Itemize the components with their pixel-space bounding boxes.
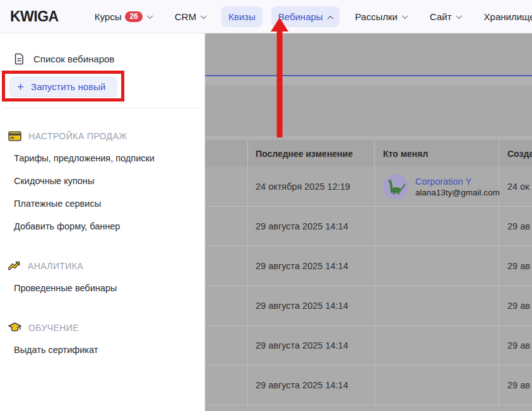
header-cell-created: Созда (499, 140, 532, 167)
dimmed-strip (205, 136, 532, 140)
cell-editor (375, 326, 499, 365)
cell-editor (375, 366, 499, 405)
chevron-down-icon (456, 13, 462, 19)
sidebar-item-past-webinars[interactable]: Проведенные вебинары (0, 277, 204, 299)
cell-empty (205, 167, 248, 206)
sidebar-item-label: Запустить новый (31, 81, 105, 92)
section-sales-settings: НАСТРОЙКА ПРОДАЖ (8, 131, 204, 141)
editor-name-link[interactable]: Corporation Y (415, 177, 500, 187)
nav-item-quizzes[interactable]: Квизы (222, 6, 263, 27)
sidebar-item-payment-services[interactable]: Платежные сервисы (0, 192, 204, 215)
cell-empty (205, 366, 248, 405)
section-education: ОБУЧЕНИЕ (8, 322, 204, 333)
header-cell-last-modified: Последнее изменение (248, 140, 375, 167)
nav-list: Курсы 26 CRM Квизы Вебинары Рассылки Сай… (88, 6, 532, 27)
nav-item-courses[interactable]: Курсы 26 (88, 6, 159, 27)
table-row[interactable]: 29 августа 2025 14:14 29 ав (205, 246, 532, 286)
cell-last-modified: 29 августа 2025 14:14 (248, 326, 375, 365)
credit-card-icon (8, 131, 21, 141)
header-cell-empty (205, 140, 248, 167)
webinar-table-body: 24 октября 2025 12:19 (205, 167, 532, 411)
table-row[interactable]: 24 октября 2025 12:19 (205, 167, 532, 207)
cell-editor (375, 246, 499, 286)
chevron-down-icon (401, 13, 408, 19)
nav-item-site[interactable]: Сайт (423, 6, 468, 27)
section-title: АНАЛИТИКА (28, 261, 83, 271)
sidebar-divider (4, 108, 201, 108)
cell-empty (205, 246, 248, 286)
nav-item-mailings[interactable]: Рассылки (348, 6, 414, 27)
nav-item-webinars[interactable]: Вебинары (271, 6, 340, 27)
section-analytics: АНАЛИТИКА (8, 260, 204, 271)
dimmed-content-overlay: Последнее изменение Кто менял Созда 24 о… (205, 33, 532, 411)
cell-created: 24 ок (499, 167, 532, 206)
section-items: Выдать сертификат (0, 339, 204, 361)
brand-logo[interactable]: KWIGA (10, 8, 59, 25)
cell-empty (205, 326, 248, 365)
top-nav: KWIGA Курсы 26 CRM Квизы Вебинары Рассыл… (0, 0, 532, 33)
cell-created: 29 ав (499, 207, 532, 246)
cell-last-modified: 29 августа 2025 14:14 (248, 246, 375, 286)
sidebar-item-issue-certificate[interactable]: Выдать сертификат (0, 339, 204, 361)
dimmed-area (205, 85, 532, 136)
avatar (383, 174, 408, 199)
cell-empty (205, 207, 248, 246)
cell-last-modified: 29 августа 2025 14:14 (248, 207, 375, 246)
dimmed-toolbar-area (205, 33, 532, 75)
sidebar-item-coupons[interactable]: Скидочные купоны (0, 170, 204, 192)
courses-count-badge: 26 (125, 11, 142, 22)
document-icon (13, 53, 25, 65)
cell-created: 29 ав (499, 246, 532, 286)
table-row[interactable]: 29 августа 2025 14:14 29 ав (205, 286, 532, 326)
cell-editor (375, 207, 499, 246)
cell-editor (375, 286, 499, 325)
chevron-down-icon (201, 13, 207, 19)
cell-last-modified: 24 октября 2025 12:19 (248, 167, 375, 206)
sidebar-item-add-form-banner[interactable]: Добавить форму, баннер (0, 215, 204, 238)
cell-created: 29 ав (499, 366, 532, 405)
cell-created: 29 ав (499, 326, 532, 365)
cell-editor: Corporation Y alana13ty@gmail.com (375, 167, 499, 206)
sidebar-item-launch-new[interactable]: + Запустить новый (9, 76, 117, 97)
graduation-cap-icon (8, 322, 21, 333)
cell-created: 29 ав (499, 286, 532, 325)
section-title: НАСТРОЙКА ПРОДАЖ (28, 131, 127, 141)
section-items: Тарифы, предложения, подписки Скидочные … (0, 147, 204, 238)
chevron-down-icon (146, 13, 153, 19)
cell-empty (205, 286, 248, 325)
table-row[interactable]: 29 августа 2025 14:14 29 ав (205, 366, 532, 405)
sidebar-item-webinar-list[interactable]: Список вебинаров (13, 53, 204, 65)
table-row-partial (205, 405, 532, 411)
section-items: Проведенные вебинары (0, 277, 204, 299)
webinars-sidebar: Список вебинаров + Запустить новый НАСТР… (0, 34, 205, 411)
editor-info: Corporation Y alana13ty@gmail.com (383, 174, 500, 199)
editor-email: alana13ty@gmail.com (415, 188, 500, 197)
table-header-row: Последнее изменение Кто менял Созда (205, 140, 532, 167)
cell-last-modified: 29 августа 2025 14:14 (248, 366, 375, 405)
sidebar-item-label: Список вебинаров (33, 54, 114, 64)
plus-icon: + (17, 81, 24, 93)
table-row[interactable]: 29 августа 2025 14:14 29 ав (205, 326, 532, 366)
header-cell-editor: Кто менял (375, 140, 499, 167)
section-title: ОБУЧЕНИЕ (28, 323, 79, 333)
table-row[interactable]: 29 августа 2025 14:14 29 ав (205, 207, 532, 246)
nav-item-crm[interactable]: CRM (168, 6, 213, 27)
trending-up-icon (8, 260, 21, 271)
nav-item-storage[interactable]: Хранилище (477, 6, 532, 27)
chevron-up-icon (327, 16, 333, 22)
dimmed-strip (205, 76, 532, 85)
sidebar-item-tariffs[interactable]: Тарифы, предложения, подписки (0, 147, 204, 170)
cell-last-modified: 29 августа 2025 14:14 (248, 286, 375, 325)
